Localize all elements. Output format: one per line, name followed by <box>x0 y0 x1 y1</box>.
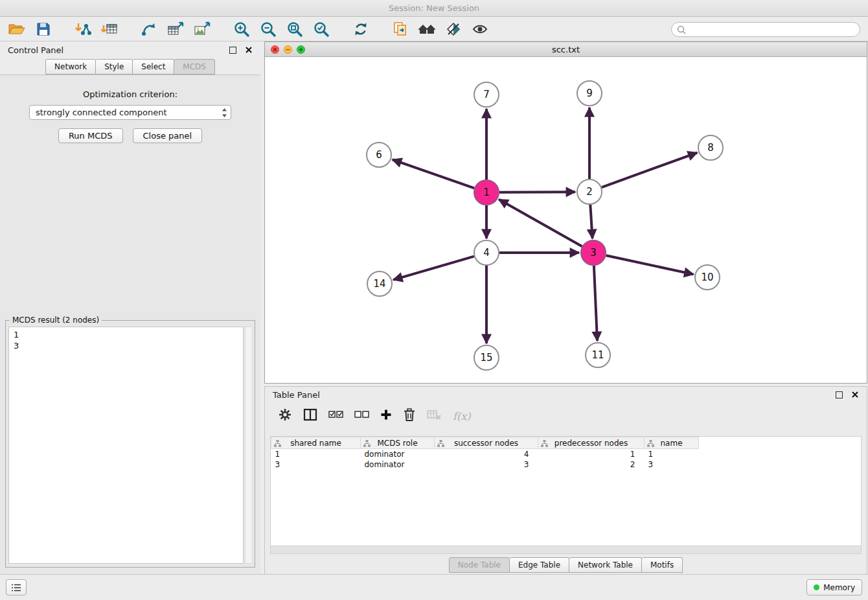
tab-network[interactable]: Network <box>45 59 96 75</box>
svg-text:2: 2 <box>586 186 593 198</box>
style-preview-icon[interactable] <box>443 19 464 39</box>
column-header-successor-nodes[interactable]: successor nodes <box>435 437 538 449</box>
graph-edge-3-11[interactable] <box>594 266 597 341</box>
table-toolbar: f(x) <box>265 402 867 430</box>
tab-mcds[interactable]: MCDS <box>174 59 215 75</box>
application-window: Session: New Session <box>0 0 868 600</box>
tab-edge-table[interactable]: Edge Table <box>510 557 569 573</box>
mcds-result-item[interactable]: 3 <box>14 340 238 351</box>
save-session-icon[interactable] <box>33 19 54 39</box>
graph-edge-4-14[interactable] <box>393 257 474 280</box>
tab-node-table[interactable]: Node Table <box>449 557 510 573</box>
column-header-predecessor-nodes[interactable]: predecessor nodes <box>538 437 645 449</box>
copy-network-icon[interactable] <box>390 19 411 39</box>
zoom-out-icon[interactable] <box>258 19 279 39</box>
tab-motifs[interactable]: Motifs <box>642 557 683 573</box>
mcds-result-item[interactable]: 1 <box>14 329 238 340</box>
new-network-icon[interactable] <box>139 19 159 39</box>
minimize-window-icon[interactable] <box>284 45 292 54</box>
table-panel-header: Table Panel <box>265 387 867 402</box>
deselect-all-icon[interactable] <box>354 410 369 422</box>
close-panel-button[interactable]: Close panel <box>133 128 203 143</box>
run-mcds-button[interactable]: Run MCDS <box>58 128 123 143</box>
graph-edge-3-1[interactable] <box>499 200 582 246</box>
network-window-title: scc.txt <box>552 45 580 54</box>
export-image-icon[interactable] <box>192 19 212 39</box>
network-view-window: scc.txt 7968124314101511 <box>264 41 867 384</box>
show-columns-icon[interactable] <box>303 408 317 424</box>
optimization-criterion-label: Optimization criterion: <box>0 89 260 99</box>
network-canvas[interactable]: 7968124314101511 <box>265 57 867 383</box>
control-panel: Control Panel Network Style Select MCDS … <box>0 41 260 574</box>
column-header-name[interactable]: name <box>645 437 699 449</box>
tab-network-table[interactable]: Network Table <box>569 557 642 573</box>
mcds-panel-body: Optimization criterion: strongly connect… <box>0 75 260 574</box>
close-panel-icon[interactable] <box>245 46 253 54</box>
tab-select[interactable]: Select <box>133 59 174 75</box>
table-horizontal-scrollbar[interactable] <box>270 546 862 554</box>
criterion-dropdown[interactable]: strongly connected component <box>29 105 231 120</box>
svg-text:15: 15 <box>480 352 492 363</box>
graph-node-14[interactable]: 14 <box>367 271 392 296</box>
svg-text:6: 6 <box>376 149 382 161</box>
close-window-icon[interactable] <box>271 45 279 54</box>
mcds-result-scrollbar[interactable] <box>245 327 253 564</box>
import-network-icon[interactable] <box>73 19 93 39</box>
mcds-result-list[interactable]: 1 3 <box>8 327 244 564</box>
svg-text:9: 9 <box>586 87 593 99</box>
graph-edge-1-2[interactable] <box>499 192 575 192</box>
graph-node-3[interactable]: 3 <box>581 240 606 265</box>
table-settings-gear-icon[interactable] <box>278 408 292 424</box>
search-input[interactable] <box>686 25 854 34</box>
graph-node-1[interactable]: 1 <box>474 180 499 205</box>
graph-edge-1-6[interactable] <box>393 159 474 188</box>
column-type-icon <box>541 440 548 449</box>
home-view-icon[interactable] <box>417 19 437 39</box>
graph-edge-2-8[interactable] <box>602 153 698 188</box>
graph-node-9[interactable]: 9 <box>577 81 602 106</box>
table-panel-title: Table Panel <box>273 390 320 400</box>
column-header-shared-name[interactable]: shared name <box>271 437 361 449</box>
maximize-window-icon[interactable] <box>297 45 305 54</box>
search-box[interactable] <box>671 22 860 37</box>
graph-node-8[interactable]: 8 <box>698 135 723 160</box>
tab-style[interactable]: Style <box>96 59 133 75</box>
refresh-icon[interactable] <box>350 19 371 39</box>
show-panels-button[interactable] <box>6 579 27 595</box>
graph-node-11[interactable]: 11 <box>586 343 610 367</box>
table-header-row: shared name MCDS role successor nodes pr… <box>271 437 862 449</box>
zoom-in-icon[interactable] <box>231 19 252 39</box>
table-row[interactable]: 1 dominator 4 1 1 <box>271 449 862 459</box>
table-row[interactable]: 3 dominator 3 2 3 <box>271 459 862 470</box>
control-panel-title: Control Panel <box>8 45 63 55</box>
graph-node-10[interactable]: 10 <box>695 265 720 290</box>
graph-node-6[interactable]: 6 <box>367 143 391 167</box>
import-table-icon[interactable] <box>99 19 120 39</box>
zoom-selected-icon[interactable] <box>311 19 332 39</box>
memory-button[interactable]: Memory <box>806 579 862 595</box>
control-panel-header: Control Panel <box>0 41 260 58</box>
memory-button-label: Memory <box>823 583 855 592</box>
column-header-mcds-role[interactable]: MCDS role <box>361 437 435 449</box>
show-graphics-details-icon[interactable] <box>470 19 490 39</box>
close-table-panel-icon[interactable] <box>851 391 859 398</box>
graph-node-7[interactable]: 7 <box>474 82 499 107</box>
open-session-icon[interactable] <box>6 19 27 39</box>
float-table-panel-icon[interactable] <box>836 391 843 398</box>
graph-node-2[interactable]: 2 <box>577 179 602 204</box>
column-header-filler <box>699 437 862 449</box>
zoom-fit-icon[interactable] <box>284 19 305 39</box>
select-all-icon[interactable] <box>328 410 343 422</box>
add-column-icon[interactable] <box>380 409 392 423</box>
network-window-titlebar[interactable]: scc.txt <box>265 42 867 57</box>
graph-node-4[interactable]: 4 <box>474 240 499 265</box>
export-table-icon[interactable] <box>165 19 186 39</box>
graph-edge-2-3[interactable] <box>590 205 592 238</box>
graph-edge-3-10[interactable] <box>606 255 694 274</box>
window-titlebar: Session: New Session <box>0 0 868 17</box>
graph-node-15[interactable]: 15 <box>474 345 499 370</box>
svg-text:4: 4 <box>483 247 490 259</box>
float-panel-icon[interactable] <box>229 47 236 54</box>
list-icon <box>10 583 22 593</box>
delete-column-icon[interactable] <box>403 408 416 424</box>
